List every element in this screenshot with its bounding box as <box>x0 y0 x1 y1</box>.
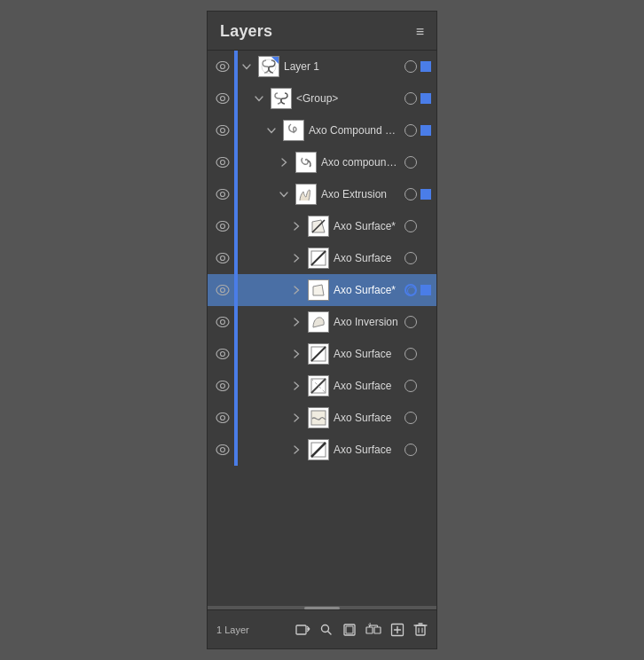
expand-btn-axo-surface-5[interactable] <box>289 381 303 390</box>
visibility-circle-axo-surface-7[interactable] <box>404 444 417 456</box>
eye-icon-axo-surface-7[interactable] <box>213 444 232 455</box>
visibility-circle-axo-surface-6[interactable] <box>404 412 417 424</box>
svg-point-7 <box>216 158 229 168</box>
layer-row-axo-inversion[interactable]: Axo Inversion <box>208 306 436 338</box>
svg-point-37 <box>221 448 225 452</box>
visibility-circle-group1[interactable] <box>404 92 417 105</box>
eye-icon-group1[interactable] <box>213 93 232 104</box>
expand-btn-axo-surface-3[interactable] <box>289 286 303 295</box>
svg-point-29 <box>221 384 225 389</box>
layer-thumb-axo-surface-5 <box>308 375 329 397</box>
eye-icon-layer1[interactable] <box>213 61 232 72</box>
layer-name-axo-surface-6: Axo Surface <box>334 412 401 424</box>
svg-point-23 <box>221 320 225 325</box>
blue-square-group1 <box>420 93 431 104</box>
expand-btn-axo-surface-2[interactable] <box>289 254 303 263</box>
new-layer-from-selection-button[interactable] <box>295 622 310 638</box>
expand-btn-axo-extrusion[interactable] <box>277 192 291 198</box>
visibility-circle-axo-surface-4[interactable] <box>404 348 417 360</box>
new-layer-button[interactable] <box>390 623 404 637</box>
visibility-circle-axo-extrusion[interactable] <box>404 188 417 200</box>
svg-point-8 <box>221 161 225 165</box>
expand-btn-axo-inversion[interactable] <box>289 318 303 326</box>
layer-name-layer1: Layer 1 <box>284 60 401 73</box>
svg-point-20 <box>221 288 225 293</box>
layer-row-axo-surface-3[interactable]: Axo Surface* <box>208 274 436 306</box>
corner-flag-layer1 <box>271 57 279 64</box>
expand-btn-group1[interactable] <box>252 96 266 102</box>
visibility-circle-axo-surface-3[interactable] <box>404 284 417 296</box>
merge-layers-button[interactable] <box>342 623 357 637</box>
layer-row-axo-surface-2[interactable]: Axo Surface <box>208 242 436 274</box>
svg-marker-21 <box>313 285 324 295</box>
layers-panel: Layers ≡ Layer 1<Group>Axo Compound Extr… <box>207 11 437 649</box>
visibility-circle-axo-compound-cap[interactable] <box>404 156 417 169</box>
eye-icon-axo-surface-6[interactable] <box>213 412 232 423</box>
expand-btn-axo-surface-6[interactable] <box>289 413 303 422</box>
svg-line-42 <box>328 631 332 634</box>
eye-icon-axo-surface-1[interactable] <box>213 221 232 232</box>
layer-row-group1[interactable]: <Group> <box>208 82 436 114</box>
layer-row-axo-compound-cap[interactable]: Axo compound cap <box>208 146 436 178</box>
layer-thumb-axo-surface-3 <box>308 279 329 301</box>
expand-btn-axo-surface-7[interactable] <box>289 445 303 454</box>
svg-point-25 <box>221 352 225 357</box>
svg-point-34 <box>221 416 225 420</box>
blue-square-axo-compound-extrusion <box>420 125 431 136</box>
svg-point-4 <box>221 97 225 101</box>
svg-point-3 <box>216 94 229 104</box>
layer-row-axo-surface-6[interactable]: Axo Surface <box>208 402 436 434</box>
panel-menu-icon[interactable]: ≡ <box>416 24 424 40</box>
svg-point-6 <box>221 129 225 133</box>
color-bar-axo-extrusion <box>234 178 238 210</box>
layer-row-axo-extrusion[interactable]: Axo Extrusion <box>208 178 436 210</box>
eye-icon-axo-compound-extrusion[interactable] <box>213 125 232 136</box>
layer-name-axo-surface-2: Axo Surface <box>334 252 401 264</box>
group-layers-button[interactable]: 4 <box>365 623 381 637</box>
blue-square-axo-surface-3 <box>420 285 431 295</box>
visibility-circle-axo-surface-2[interactable] <box>404 252 417 264</box>
eye-icon-axo-surface-4[interactable] <box>213 349 232 359</box>
eye-icon-axo-compound-cap[interactable] <box>213 157 232 168</box>
visibility-circle-axo-compound-extrusion[interactable] <box>404 124 417 137</box>
layer-thumb-axo-surface-4 <box>308 343 329 365</box>
layer-row-axo-surface-1[interactable]: Axo Surface* <box>208 210 436 242</box>
layer-name-axo-inversion: Axo Inversion <box>334 316 401 328</box>
layer-thumb-axo-compound-extrusion <box>283 120 304 141</box>
svg-point-1 <box>221 65 225 69</box>
layer-count: 1 Layer <box>216 625 295 635</box>
search-layers-button[interactable] <box>319 623 334 637</box>
panel-footer: 1 Layer <box>208 609 436 648</box>
layer-row-layer1[interactable]: Layer 1 <box>208 51 436 82</box>
layer-row-axo-compound-extrusion[interactable]: Axo Compound Extrusion <box>208 114 436 146</box>
eye-icon-axo-extrusion[interactable] <box>213 189 232 200</box>
layer-thumb-layer1 <box>258 56 279 77</box>
visibility-circle-axo-surface-1[interactable] <box>404 220 417 232</box>
eye-icon-axo-surface-3[interactable] <box>213 285 232 295</box>
layer-thumb-axo-inversion <box>308 311 329 333</box>
layer-thumb-group1 <box>271 88 292 109</box>
visibility-circle-axo-inversion[interactable] <box>404 316 417 328</box>
expand-btn-axo-surface-1[interactable] <box>289 222 303 231</box>
panel-header: Layers ≡ <box>208 12 436 51</box>
eye-icon-axo-surface-5[interactable] <box>213 381 232 391</box>
delete-layer-button[interactable] <box>413 622 428 637</box>
expand-btn-axo-compound-cap[interactable] <box>277 158 291 167</box>
svg-point-36 <box>216 445 229 455</box>
expand-btn-axo-compound-extrusion[interactable] <box>264 128 279 134</box>
layer-row-axo-surface-5[interactable]: Axo Surface <box>208 370 436 402</box>
svg-point-15 <box>216 254 229 263</box>
eye-icon-axo-surface-2[interactable] <box>213 253 232 263</box>
color-bar-axo-surface-7 <box>234 434 238 466</box>
expand-btn-axo-surface-4[interactable] <box>289 350 303 358</box>
color-bar-axo-surface-6 <box>234 402 238 434</box>
layer-name-axo-surface-7: Axo Surface <box>334 444 401 456</box>
layer-row-axo-surface-4[interactable]: Axo Surface <box>208 338 436 370</box>
layer-row-axo-surface-7[interactable]: Axo Surface <box>208 434 436 466</box>
eye-icon-axo-inversion[interactable] <box>213 317 232 327</box>
color-bar-group1 <box>234 82 238 114</box>
expand-btn-layer1[interactable] <box>240 64 254 70</box>
visibility-circle-axo-surface-5[interactable] <box>404 380 417 392</box>
blue-square-axo-extrusion <box>420 189 431 200</box>
visibility-circle-layer1[interactable] <box>404 60 417 73</box>
